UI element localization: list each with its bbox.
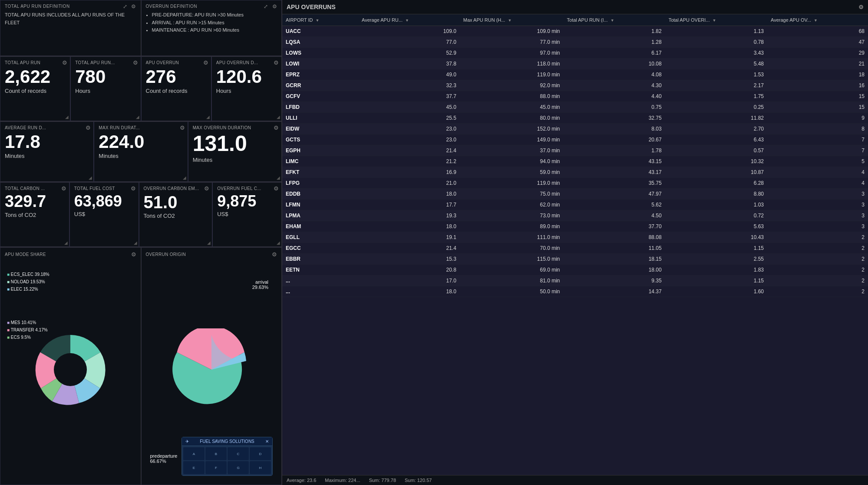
cell-total-apu-over: 2.70 [665, 124, 767, 134]
cell-avg-apu-ru: 19.3 [358, 210, 460, 221]
expand-icon[interactable]: ⤢ [122, 3, 129, 10]
table-wrapper[interactable]: AIRPORT ID ▼ Average APU RU... ▼ Max APU… [282, 14, 868, 475]
table-row[interactable]: EHAM 18.0 89.0 min 37.70 5.63 3 [282, 221, 868, 232]
cell-avg-apu-ru: 20.8 [358, 265, 460, 275]
gear-icon[interactable]: ⚙ [61, 185, 66, 192]
table-row[interactable]: EETN 20.8 69.0 min 18.00 1.83 2 [282, 265, 868, 275]
table-row[interactable]: EPRZ 49.0 119.0 min 4.08 1.53 18 [282, 69, 868, 80]
cell-max-apu-run: 50.0 min [460, 286, 564, 297]
resize-icon[interactable]: ◢ [207, 240, 211, 245]
cell-total-apu-run: 5.62 [564, 200, 665, 210]
table-row[interactable]: LFPG 21.0 119.0 min 35.75 6.28 4 [282, 178, 868, 189]
cell-avg-apu-ru: 25.5 [358, 113, 460, 124]
cell-max-apu-run: 73.0 min [460, 210, 564, 221]
col-max-apu-run[interactable]: Max APU RUN (H... ▼ [460, 14, 564, 26]
apu-overrun-duration-card: APU OVERRUN D... ⚙ 120.6 Hours ◢ [211, 56, 282, 121]
total-apu-card-icons: ⤢ ⚙ [122, 3, 137, 10]
gear-icon[interactable]: ⚙ [274, 125, 279, 131]
total-apu-run-hours-value: 780 [75, 67, 136, 87]
table-row[interactable]: EFKT 16.9 59.0 min 43.17 10.87 4 [282, 167, 868, 178]
resize-icon[interactable]: ◢ [183, 175, 186, 180]
cell-total-apu-over: 1.60 [665, 286, 767, 297]
apu-overrun-unit: Count of records [146, 88, 207, 94]
gear-icon[interactable]: ⚙ [204, 185, 209, 192]
gear-icon[interactable]: ⚙ [272, 251, 277, 258]
expand-icon[interactable]: ⤢ [262, 3, 269, 10]
table-row[interactable]: LFBD 45.0 45.0 min 0.75 0.25 15 [282, 102, 868, 113]
resize-icon[interactable]: ◢ [277, 115, 280, 119]
total-carbon-unit: Tons of CO2 [5, 212, 65, 218]
table-row[interactable]: EGCC 21.4 70.0 min 11.05 1.15 2 [282, 243, 868, 254]
cell-avg-apu-ru: 19.1 [358, 232, 460, 243]
col-total-apu-run[interactable]: Total APU RUN (I... ▼ [564, 14, 665, 26]
gear-icon[interactable]: ⚙ [131, 251, 136, 258]
gear-icon[interactable]: ⚙ [133, 59, 138, 66]
table-row[interactable]: LPMA 19.3 73.0 min 4.50 0.72 3 [282, 210, 868, 221]
resize-icon[interactable]: ◢ [277, 175, 280, 180]
apu-overrun-title: APU OVERRUN [146, 60, 207, 65]
table-row[interactable]: EDDB 18.0 75.0 min 47.97 8.80 3 [282, 189, 868, 200]
cell-avg-apu-ov: 2 [767, 243, 868, 254]
gear-icon[interactable]: ⚙ [274, 185, 279, 192]
gear-icon[interactable]: ⚙ [62, 59, 67, 66]
table-row[interactable]: ULLI 25.5 80.0 min 32.75 11.82 9 [282, 113, 868, 124]
table-row[interactable]: LIMC 21.2 94.0 min 43.15 10.32 5 [282, 156, 868, 167]
resize-icon[interactable]: ◢ [277, 240, 280, 245]
total-carbon-title: TOTAL CARBON ... [5, 186, 65, 191]
cell-total-apu-over: 1.03 [665, 200, 767, 210]
table-row[interactable]: GCTS 23.0 149.0 min 20.67 6.43 7 [282, 134, 868, 145]
resize-icon[interactable]: ◢ [134, 240, 137, 245]
table-row[interactable]: EGPH 21.4 37.0 min 1.78 0.57 7 [282, 145, 868, 156]
cell-avg-apu-ov: 2 [767, 265, 868, 275]
resize-icon[interactable]: ◢ [89, 175, 92, 180]
cell-avg-apu-ov: 18 [767, 69, 868, 80]
gear-icon[interactable]: ⚙ [131, 185, 136, 192]
col-avg-apu-ru[interactable]: Average APU RU... ▼ [358, 14, 460, 26]
table-row[interactable]: LFMN 17.7 62.0 min 5.62 1.03 3 [282, 200, 868, 210]
table-row[interactable]: LQSA 77.0 77.0 min 1.28 0.78 47 [282, 37, 868, 48]
popup-close-button[interactable]: ✕ [265, 439, 269, 444]
cell-avg-apu-ru: 32.3 [358, 80, 460, 91]
gear-icon[interactable]: ⚙ [274, 59, 279, 66]
gear-icon[interactable]: ⚙ [858, 4, 864, 10]
table-row[interactable]: EBBR 15.3 115.0 min 18.15 2.55 2 [282, 254, 868, 265]
resize-icon[interactable]: ◢ [64, 240, 68, 245]
cell-airport-id: EGCC [282, 243, 358, 254]
table-row[interactable]: EGLL 19.1 111.0 min 88.08 10.43 2 [282, 232, 868, 243]
col-avg-apu-ov[interactable]: Average APU OV... ▼ [767, 14, 868, 26]
cell-total-apu-run: 1.78 [564, 145, 665, 156]
table-row[interactable]: LOWI 37.8 118.0 min 10.08 5.48 21 [282, 59, 868, 69]
cell-total-apu-over: 2.17 [665, 80, 767, 91]
table-row[interactable]: ... 17.0 81.0 min 9.35 1.15 2 [282, 275, 868, 286]
gear-icon[interactable]: ⚙ [130, 3, 137, 10]
predeparture-label: predeparture 66.67% [150, 453, 178, 464]
total-apu-run-value: 2,622 [5, 67, 66, 87]
table-row[interactable]: EIDW 23.0 152.0 min 8.03 2.70 8 [282, 124, 868, 134]
table-row[interactable]: UACC 109.0 109.0 min 1.82 1.13 68 [282, 26, 868, 37]
table-row[interactable]: GCFV 37.7 88.0 min 4.40 1.75 15 [282, 91, 868, 102]
cell-total-apu-run: 37.70 [564, 221, 665, 232]
resize-icon[interactable]: ◢ [206, 115, 210, 119]
cell-total-apu-run: 1.28 [564, 37, 665, 48]
table-row[interactable]: GCRR 32.3 92.0 min 4.30 2.17 16 [282, 80, 868, 91]
col-airport-id[interactable]: AIRPORT ID ▼ [282, 14, 358, 26]
cell-airport-id: EGLL [282, 232, 358, 243]
max-overrun-duration-card: MAX OVERRUN DURATION ⚙ 131.0 Minutes ◢ [188, 121, 282, 182]
resize-icon[interactable]: ◢ [65, 115, 69, 119]
overrun-def-title: OVERRUN DEFINITION [146, 4, 277, 9]
cell-avg-apu-ov: 2 [767, 232, 868, 243]
gear-icon[interactable]: ⚙ [86, 125, 91, 131]
table-row[interactable]: LOWS 52.9 97.0 min 6.17 3.43 29 [282, 48, 868, 59]
cell-max-apu-run: 62.0 min [460, 200, 564, 210]
gear-icon[interactable]: ⚙ [203, 59, 208, 66]
overrun-definition-card: ⤢ ⚙ OVERRUN DEFINITION PRE-DEPARTURE: AP… [141, 0, 282, 56]
cell-avg-apu-ov: 3 [767, 221, 868, 232]
cell-avg-apu-ru: 18.0 [358, 221, 460, 232]
gear-icon[interactable]: ⚙ [271, 3, 278, 10]
col-total-apu-over[interactable]: Total APU OVERI... ▼ [665, 14, 767, 26]
gear-icon[interactable]: ⚙ [180, 125, 185, 131]
svg-point-0 [54, 353, 87, 386]
table-row[interactable]: ... 18.0 50.0 min 14.37 1.60 2 [282, 286, 868, 297]
resize-icon[interactable]: ◢ [136, 115, 139, 119]
footer-maximum: Maximum: 224... [325, 478, 360, 483]
